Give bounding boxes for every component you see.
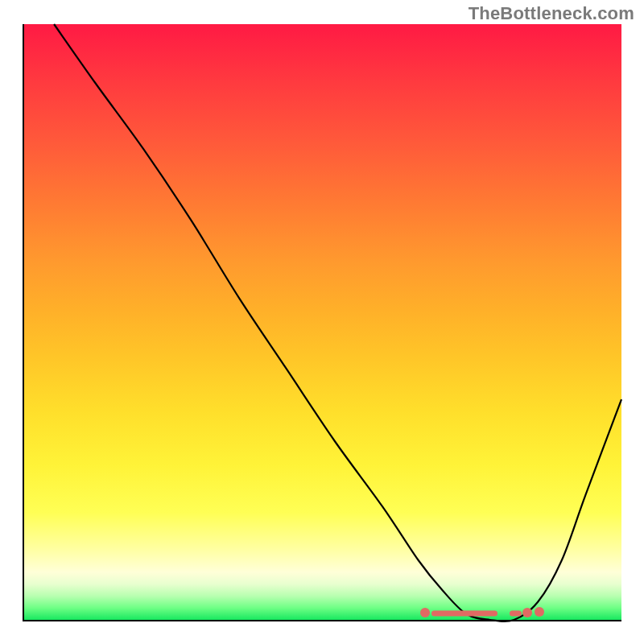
cluster-dash [510,611,522,617]
cluster-dash [431,610,497,616]
watermark-text: TheBottleneck.com [469,3,634,24]
cluster-dot [522,608,532,617]
chart-area [23,24,621,621]
cluster-dot [535,607,544,617]
optimum-cluster [24,24,621,620]
cluster-dot [420,608,430,617]
